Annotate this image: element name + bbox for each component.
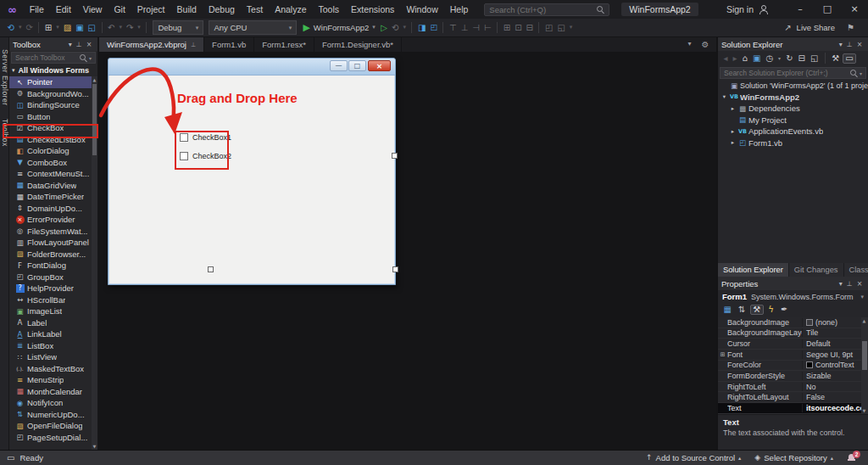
chevron-collapsed-icon[interactable]: ▸ — [729, 139, 737, 146]
align-middles-icon[interactable]: ⊥ — [459, 24, 470, 32]
size-to-grid-icon[interactable]: ⊟ — [524, 24, 535, 32]
menu-window[interactable]: Window — [400, 0, 443, 19]
toolbox-item-menustrip[interactable]: ≡MenuStrip — [9, 374, 92, 386]
toolbox-item-linklabel[interactable]: ALinkLabel — [9, 328, 92, 340]
filter-dropdown-icon[interactable]: ▾ — [776, 56, 783, 61]
chevron-collapsed-icon[interactable]: ▸ — [729, 128, 737, 135]
new-project-icon[interactable]: ⊞ — [42, 24, 53, 32]
forward-icon[interactable]: ▸ — [731, 54, 739, 63]
toolbox-item-checkedlistbox[interactable]: ▤CheckedListBox — [9, 134, 92, 146]
scroll-up-icon[interactable]: ▲ — [92, 77, 97, 82]
form-maximize-button[interactable]: □ — [348, 60, 366, 71]
tree-item-solution-winformsapp2-1-of-1-project[interactable]: ▣Solution 'WinFormsApp2' (1 of 1 project… — [718, 80, 868, 92]
toolbox-item-groupbox[interactable]: ◰GroupBox — [9, 272, 92, 283]
close-icon[interactable]: × — [84, 41, 94, 48]
solution-explorer-header[interactable]: Solution Explorer ▾⊥× — [718, 37, 868, 51]
window-settings-icon[interactable]: ⚙ — [699, 41, 711, 49]
property-row-text[interactable]: Textitsourcecode.com — [718, 403, 868, 414]
toolbox-search-input[interactable] — [15, 53, 79, 62]
property-row-font[interactable]: ⊞FontSegoe UI, 9pt — [718, 350, 868, 361]
undo-icon[interactable]: ↶ — [106, 24, 117, 32]
panel-dropdown-icon[interactable]: ▾ — [837, 280, 844, 288]
sign-in-button[interactable]: Sign in — [726, 4, 768, 14]
property-value[interactable]: ControlText — [803, 361, 868, 369]
close-icon[interactable]: × — [854, 41, 865, 48]
menu-project[interactable]: Project — [131, 0, 171, 19]
toolbox-item-domainupdo[interactable]: ⇕DomainUpDo... — [9, 203, 92, 215]
server-explorer-vertical-tab[interactable]: Server Explorer — [1, 49, 9, 106]
scrollbar-thumb[interactable] — [862, 341, 867, 370]
property-row-forecolor[interactable]: ForeColorControlText — [718, 361, 868, 372]
menu-help[interactable]: Help — [444, 0, 475, 19]
refresh-icon[interactable]: ↻ — [784, 54, 795, 63]
toolbox-item-combobox[interactable]: ▼ComboBox — [9, 157, 92, 169]
tree-item-my-project[interactable]: ▤My Project — [718, 115, 868, 126]
close-button[interactable]: × — [841, 0, 868, 19]
tab-order-dropdown-icon[interactable]: ▾ — [567, 25, 575, 31]
property-row-formborderstyle[interactable]: FormBorderStyleSizable — [718, 371, 868, 382]
alphabetical-icon[interactable]: ⇅ — [736, 305, 747, 314]
make-same-width-icon[interactable]: ⊢ — [482, 24, 494, 32]
background-tasks-icon[interactable]: ▭ — [7, 454, 14, 462]
align-lefts-icon[interactable]: ⊣ — [470, 24, 482, 32]
property-value[interactable]: False — [803, 393, 868, 401]
properties-header[interactable]: Properties ▾⊥× — [718, 277, 868, 290]
designer-checkbox1[interactable]: CheckBox1 — [180, 133, 231, 142]
close-icon[interactable]: × — [854, 280, 865, 288]
toolbox-scrollbar[interactable]: ▲ ▼ — [92, 76, 97, 450]
property-value[interactable]: itsourcecode.com — [803, 404, 868, 412]
new-project-dropdown-icon[interactable]: ▾ — [54, 25, 62, 31]
active-files-dropdown-icon[interactable]: ▾ — [686, 41, 693, 49]
menu-view[interactable]: View — [77, 0, 108, 19]
checkbox-unchecked-icon[interactable] — [180, 133, 188, 142]
undo-dropdown-icon[interactable]: ▾ — [117, 25, 125, 31]
menu-debug[interactable]: Debug — [203, 0, 241, 19]
toolbox-item-listview[interactable]: ∷ListView — [9, 351, 92, 363]
panel-tab-solution-explorer[interactable]: Solution Explorer — [718, 263, 788, 277]
form-resize-handle-bottom[interactable] — [208, 266, 214, 272]
events-icon[interactable]: ϟ — [766, 305, 776, 314]
property-row-righttoleft[interactable]: RightToLeftNo — [718, 382, 868, 393]
toolbox-item-hscrollbar[interactable]: ↔HScrollBar — [9, 294, 92, 306]
property-row-backgroundimagelayout[interactable]: BackgroundImageLayoutTile — [718, 328, 868, 339]
menu-build[interactable]: Build — [171, 0, 203, 19]
scroll-up-icon[interactable]: ▲ — [861, 318, 867, 323]
preview-selected-items-icon[interactable]: ▭ — [843, 53, 856, 64]
toolbox-item-checkbox[interactable]: ☑CheckBox — [9, 122, 92, 134]
toolbox-item-folderbrowser[interactable]: ▨FolderBrowser... — [9, 249, 92, 261]
tab-form1-designer-vb[interactable]: Form1.Designer.vb* — [314, 37, 402, 52]
solution-platform-dropdown[interactable]: Any CPU▾ — [209, 20, 297, 35]
menu-extensions[interactable]: Extensions — [345, 0, 400, 19]
collapse-all-icon[interactable]: ⊟ — [796, 54, 807, 63]
search-options-dropdown-icon[interactable]: ▾ — [860, 70, 862, 76]
hot-reload-dropdown-icon[interactable]: ▾ — [401, 25, 409, 31]
open-file-icon[interactable]: ▨ — [61, 24, 73, 32]
property-pages-icon[interactable]: ✒ — [778, 305, 789, 314]
toolbox-item-datetimepicker[interactable]: ▦DateTimePicker — [9, 191, 92, 203]
toolbox-header[interactable]: Toolbox ▾⊥× — [9, 37, 97, 51]
start-without-debugging-icon[interactable]: ▷ — [379, 24, 390, 32]
form-close-button[interactable]: × — [368, 60, 391, 71]
toolbox-item-filesystemwat[interactable]: ◎FileSystemWat... — [9, 226, 92, 238]
navigate-forward-icon[interactable]: ⟳ — [24, 24, 35, 32]
panel-tab-class-view[interactable]: Class View — [844, 263, 868, 277]
property-value[interactable]: Default — [803, 339, 868, 348]
property-value[interactable]: No — [803, 383, 868, 391]
tab-form1-resx[interactable]: Form1.resx* — [254, 37, 314, 52]
live-share-button[interactable]: Live Share — [797, 23, 835, 32]
properties-scrollbar[interactable]: ▲ ▼ — [861, 317, 868, 414]
tree-item-form1-vb[interactable]: ▸◰Form1.vb — [718, 137, 868, 149]
hot-reload-icon[interactable]: ⟲ — [390, 24, 401, 32]
toolbox-item-maskedtextbox[interactable]: (.).MaskedTextBox — [9, 363, 92, 375]
expand-icon[interactable]: ⊞ — [718, 351, 727, 358]
property-value[interactable]: Segoe UI, 9pt — [803, 350, 868, 359]
select-repository-button[interactable]: ◈ Select Repository ▴ — [754, 453, 833, 462]
toolbox-item-errorprovider[interactable]: ×ErrorProvider — [9, 214, 92, 226]
property-value[interactable]: (none) — [803, 318, 868, 327]
tab-winformsapp2-vbproj[interactable]: WinFormsApp2.vbproj⊥ — [99, 37, 204, 52]
home-icon[interactable]: ⌂ — [740, 54, 749, 63]
navigate-backward-icon[interactable]: ⟲ — [5, 24, 16, 32]
property-value[interactable]: Tile — [803, 328, 868, 337]
add-to-source-control-button[interactable]: ↑ Add to Source Control ▴ — [646, 453, 741, 462]
restore-button[interactable]: □ — [814, 0, 841, 19]
